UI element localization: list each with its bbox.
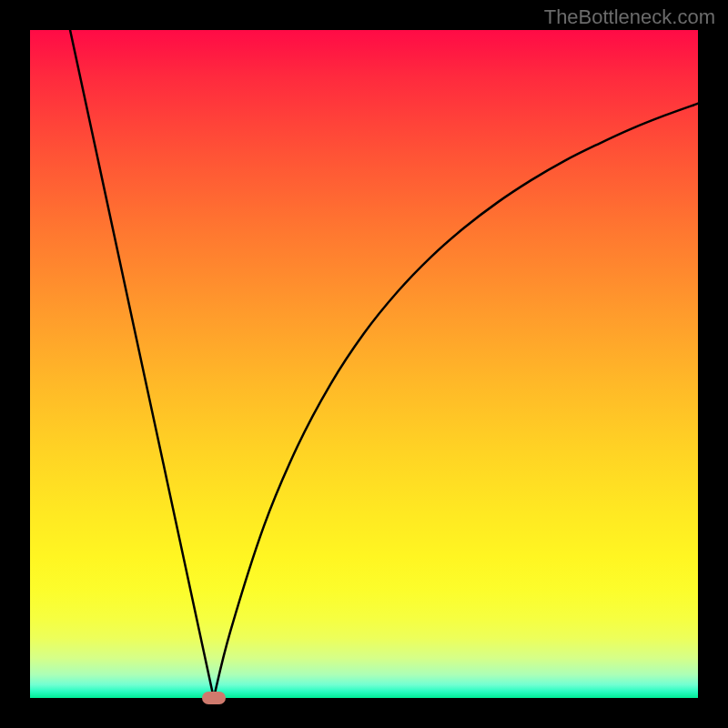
watermark-text: TheBottleneck.com: [544, 5, 715, 29]
optimal-marker: [202, 692, 226, 704]
bottleneck-curve: [30, 30, 698, 698]
chart-frame: TheBottleneck.com: [0, 0, 728, 728]
plot-area: [30, 30, 698, 698]
